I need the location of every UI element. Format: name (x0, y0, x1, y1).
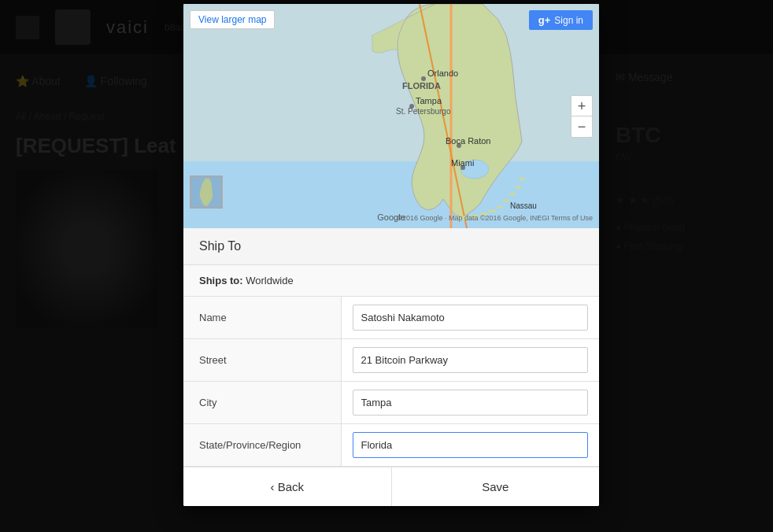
zoom-in-button[interactable]: + (571, 96, 592, 116)
svg-text:FLORIDA: FLORIDA (402, 81, 441, 91)
ship-to-title: Ship To (199, 239, 241, 253)
sign-in-label: Sign in (554, 15, 583, 26)
save-button[interactable]: Save (392, 467, 600, 506)
street-row: Street (183, 339, 599, 382)
name-input[interactable] (353, 305, 589, 331)
zoom-out-button[interactable]: − (571, 116, 592, 137)
svg-text:Miami: Miami (451, 158, 474, 168)
svg-text:St. Petersburgo: St. Petersburgo (396, 107, 451, 116)
ships-to-label: Ships to: (199, 275, 243, 286)
svg-text:Tampa: Tampa (416, 96, 442, 105)
view-larger-map-button[interactable]: View larger map (190, 10, 275, 29)
state-row: State/Province/Region (183, 424, 599, 467)
gplus-icon: g+ (538, 14, 551, 26)
map-copyright: ©2016 Google · Map data ©2016 Google, IN… (397, 214, 593, 222)
name-field-cell (341, 297, 599, 339)
map-background: Orlando Tampa St. Petersburgo FLORIDA Bo… (183, 4, 599, 228)
name-row: Name (183, 297, 599, 339)
state-input[interactable] (353, 432, 589, 458)
sign-in-button[interactable]: g+ Sign in (529, 10, 593, 30)
svg-point-11 (515, 186, 521, 189)
svg-text:Nassau: Nassau (510, 201, 537, 210)
state-field-cell (341, 424, 599, 467)
state-label: State/Province/Region (183, 424, 341, 467)
map-thumbnail (190, 175, 223, 209)
street-label: Street (183, 339, 341, 382)
shipping-form: Ships to: Worldwide Name Street (183, 265, 599, 467)
florida-map-svg: Orlando Tampa St. Petersburgo FLORIDA Bo… (183, 4, 599, 228)
city-input[interactable] (353, 390, 589, 416)
svg-point-10 (509, 193, 516, 196)
city-row: City (183, 382, 599, 424)
svg-point-9 (503, 199, 509, 202)
ship-to-modal: Orlando Tampa St. Petersburgo FLORIDA Bo… (183, 4, 599, 506)
svg-text:Orlando: Orlando (427, 68, 458, 78)
svg-point-8 (497, 205, 503, 209)
map-container: Orlando Tampa St. Petersburgo FLORIDA Bo… (183, 4, 599, 228)
svg-point-12 (519, 177, 525, 180)
ships-to-row: Ships to: Worldwide (183, 265, 599, 297)
street-input[interactable] (353, 347, 589, 373)
city-label: City (183, 382, 341, 424)
city-field-cell (341, 382, 599, 424)
street-field-cell (341, 339, 599, 382)
name-label: Name (183, 297, 341, 339)
map-zoom-controls: + − (571, 95, 593, 138)
ships-to-value: Worldwide (246, 275, 293, 286)
ship-to-header: Ship To (183, 228, 599, 265)
svg-text:Boca Raton: Boca Raton (446, 136, 490, 146)
modal-footer: ‹ Back Save (183, 467, 599, 506)
svg-point-7 (488, 209, 496, 212)
back-button[interactable]: ‹ Back (183, 467, 392, 506)
